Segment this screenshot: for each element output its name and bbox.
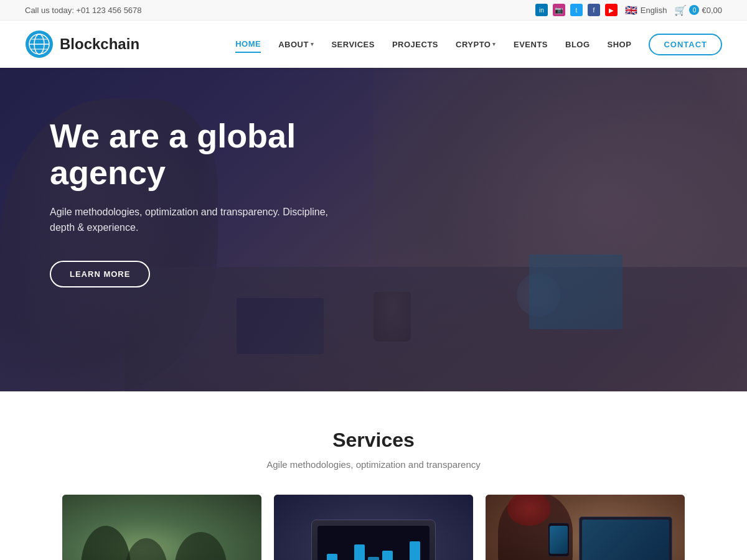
header: Blockchain HOME ABOUT ▾ SERVICES PROJECT… bbox=[0, 21, 747, 68]
learn-more-button[interactable]: LEARN MORE bbox=[50, 261, 150, 287]
crypto-dropdown-arrow: ▾ bbox=[492, 41, 496, 47]
hero-section: We are a global agency Agile methodologi… bbox=[0, 68, 747, 391]
phone-number: Call us today: +01 123 456 5678 bbox=[25, 6, 142, 15]
logo[interactable]: Blockchain bbox=[25, 30, 139, 58]
nav-about[interactable]: ABOUT ▾ bbox=[278, 37, 314, 52]
youtube-icon[interactable]: ▶ bbox=[605, 4, 618, 16]
service-card-2[interactable] bbox=[274, 495, 473, 560]
nav-crypto[interactable]: CRYPTO ▾ bbox=[456, 37, 496, 52]
nav-events[interactable]: EVENTS bbox=[514, 37, 548, 52]
linkedin-icon[interactable]: in bbox=[535, 4, 548, 16]
instagram-icon[interactable]: 📷 bbox=[553, 4, 565, 16]
flag-icon: 🇬🇧 bbox=[625, 4, 637, 16]
hero-content: We are a global agency Agile methodologi… bbox=[0, 68, 405, 337]
social-icons: in 📷 t f ▶ bbox=[535, 4, 618, 16]
logo-text: Blockchain bbox=[60, 35, 139, 53]
main-nav: HOME ABOUT ▾ SERVICES PROJECTS CRYPTO ▾ … bbox=[235, 34, 722, 55]
service-card-1[interactable] bbox=[62, 495, 261, 560]
cart-price: €0,00 bbox=[702, 6, 722, 15]
hero-subtitle: Agile methodologies, optimization and tr… bbox=[50, 204, 349, 236]
twitter-icon[interactable]: t bbox=[570, 4, 583, 16]
nav-home[interactable]: HOME bbox=[235, 36, 261, 53]
services-subtitle: Agile methodologies, optimization and tr… bbox=[25, 459, 722, 470]
cart-badge: 0 bbox=[689, 5, 699, 15]
facebook-icon[interactable]: f bbox=[588, 4, 600, 16]
lang-label: English bbox=[641, 6, 667, 15]
cart-area[interactable]: 🛒 0 €0,00 bbox=[674, 4, 722, 16]
service-card-3[interactable] bbox=[486, 495, 685, 560]
language-selector[interactable]: 🇬🇧 English bbox=[625, 4, 667, 16]
cart-icon: 🛒 bbox=[674, 4, 687, 16]
logo-icon bbox=[25, 30, 54, 58]
services-grid bbox=[25, 495, 722, 560]
services-title: Services bbox=[25, 429, 722, 452]
contact-button[interactable]: CONTACT bbox=[649, 34, 722, 55]
about-dropdown-arrow: ▾ bbox=[311, 41, 314, 47]
nav-blog[interactable]: BLOG bbox=[565, 37, 590, 52]
top-bar-right: in 📷 t f ▶ 🇬🇧 English 🛒 0 €0,00 bbox=[535, 4, 722, 16]
hero-title: We are a global agency bbox=[50, 118, 355, 192]
top-bar: Call us today: +01 123 456 5678 in 📷 t f… bbox=[0, 0, 747, 21]
nav-shop[interactable]: SHOP bbox=[608, 37, 632, 52]
nav-services[interactable]: SERVICES bbox=[331, 37, 375, 52]
services-section: Services Agile methodologies, optimizati… bbox=[0, 391, 747, 560]
nav-projects[interactable]: PROJECTS bbox=[392, 37, 438, 52]
